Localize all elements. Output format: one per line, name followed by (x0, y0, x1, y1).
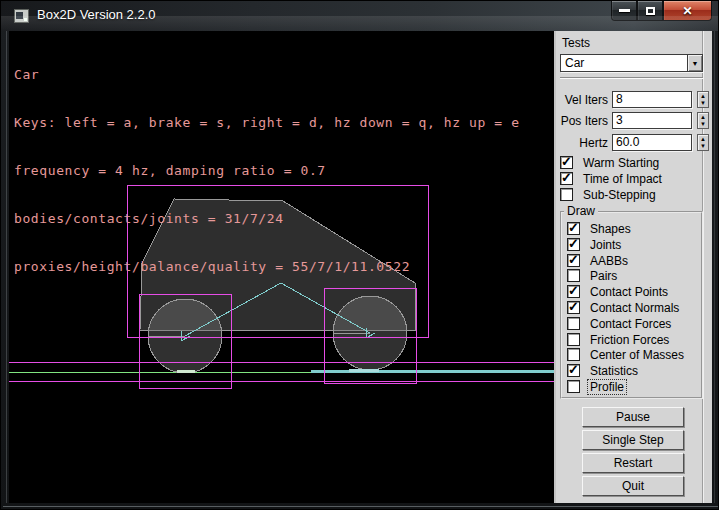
hertz-input[interactable]: 60.0 (612, 134, 692, 151)
arrow-down-icon: ▼ (700, 143, 706, 149)
check-icon: ✓ (568, 299, 579, 314)
check-icon: ✓ (568, 283, 579, 298)
stats-line-title: Car (14, 67, 520, 83)
checkbox-box (567, 333, 580, 346)
draw-groupbox-title: Draw (564, 204, 598, 218)
vel-iters-stepper[interactable]: ▲ ▼ (697, 91, 709, 108)
chevron-down-icon: ▼ (692, 60, 699, 67)
minimize-button[interactable] (611, 1, 637, 21)
stats-overlay: Car Keys: left = a, brake = s, right = d… (14, 35, 520, 307)
separator (560, 77, 703, 79)
maximize-button[interactable] (637, 1, 663, 21)
checkbox-label: Pairs (588, 269, 619, 283)
vel-iters-label: Vel Iters (556, 93, 608, 107)
checkbox-label: Center of Masses (588, 348, 686, 362)
contact-point-right (349, 369, 379, 372)
check-icon: ✓ (568, 236, 579, 251)
arrow-up-icon: ▲ (700, 114, 706, 120)
close-button[interactable]: ✕ (663, 1, 712, 21)
checkbox-label: Warm Starting (581, 156, 661, 170)
arrow-down-icon: ▼ (700, 121, 706, 127)
stats-line-frequency: frequency = 4 hz, damping ratio = 0.7 (14, 163, 520, 179)
stats-line-quality: proxies/height/balance/quality = 55/7/1/… (14, 259, 520, 275)
checkbox-label: Profile (588, 380, 626, 394)
checkbox-label: Contact Normals (588, 301, 681, 315)
window-border-right (714, 31, 715, 503)
tests-dropdown[interactable]: Car ▼ (560, 54, 703, 72)
control-panel: Tests Car ▼ Vel Iters 8 ▲ ▼ Pos Iters 3 … (554, 31, 712, 503)
maximize-icon (646, 7, 655, 15)
close-icon: ✕ (682, 4, 692, 18)
app-icon (14, 9, 29, 23)
pos-iters-label: Pos Iters (556, 114, 608, 128)
app-window: Box2D Version 2.2.0 ✕ (0, 0, 719, 510)
arrow-up-icon: ▲ (700, 136, 706, 142)
restart-button[interactable]: Restart (582, 453, 684, 473)
checkbox-box (567, 269, 580, 282)
physics-canvas[interactable]: Car Keys: left = a, brake = s, right = d… (9, 31, 554, 503)
contact-point-left (177, 370, 195, 373)
checkbox-label: Friction Forces (588, 333, 671, 347)
checkbox-label: Statistics (588, 364, 640, 378)
window-border-left (6, 31, 7, 503)
checkbox-label: Shapes (588, 222, 633, 236)
checkbox-label: Joints (588, 238, 623, 252)
check-icon: ✓ (561, 170, 572, 185)
checkbox-label: Contact Forces (588, 317, 673, 331)
checkbox-label: Sub-Stepping (581, 188, 658, 202)
window-title: Box2D Version 2.2.0 (37, 1, 156, 29)
arrow-up-icon: ▲ (700, 93, 706, 99)
caption-buttons: ✕ (611, 1, 712, 21)
stats-line-keys: Keys: left = a, brake = s, right = d, hz… (14, 115, 520, 131)
vel-iters-input[interactable]: 8 (612, 91, 692, 108)
tests-label: Tests (562, 36, 590, 50)
check-icon: ✓ (561, 154, 572, 169)
checkbox-box (567, 348, 580, 361)
pos-iters-row: Pos Iters 3 ▲ ▼ (556, 112, 706, 129)
quit-button[interactable]: Quit (582, 476, 684, 496)
hertz-row: Hertz 60.0 ▲ ▼ (556, 134, 706, 151)
checkbox-label: AABBs (588, 254, 630, 268)
window-border-bottom (3, 506, 718, 507)
check-icon: ✓ (568, 252, 579, 267)
hertz-label: Hertz (556, 136, 608, 150)
checkbox-label: Contact Points (588, 285, 670, 299)
pause-button[interactable]: Pause (582, 407, 684, 427)
vel-iters-row: Vel Iters 8 ▲ ▼ (556, 91, 706, 108)
single-step-button[interactable]: Single Step (582, 430, 684, 450)
arrow-down-icon: ▼ (700, 100, 706, 106)
pos-iters-input[interactable]: 3 (612, 112, 692, 129)
check-icon: ✓ (568, 362, 579, 377)
checkbox-box (560, 188, 573, 201)
stats-line-counts: bodies/contacts/joints = 31/7/24 (14, 211, 520, 227)
minimize-icon (619, 9, 630, 12)
checkbox-label: Time of Impact (581, 172, 664, 186)
checkbox-box (567, 380, 580, 393)
pos-iters-stepper[interactable]: ▲ ▼ (697, 112, 709, 129)
hertz-stepper[interactable]: ▲ ▼ (697, 134, 709, 151)
tests-dropdown-value: Car (565, 56, 584, 71)
checkbox-box (567, 317, 580, 330)
check-icon: ✓ (568, 220, 579, 235)
titlebar[interactable]: Box2D Version 2.2.0 ✕ (1, 1, 719, 31)
tests-dropdown-button[interactable]: ▼ (687, 55, 702, 71)
